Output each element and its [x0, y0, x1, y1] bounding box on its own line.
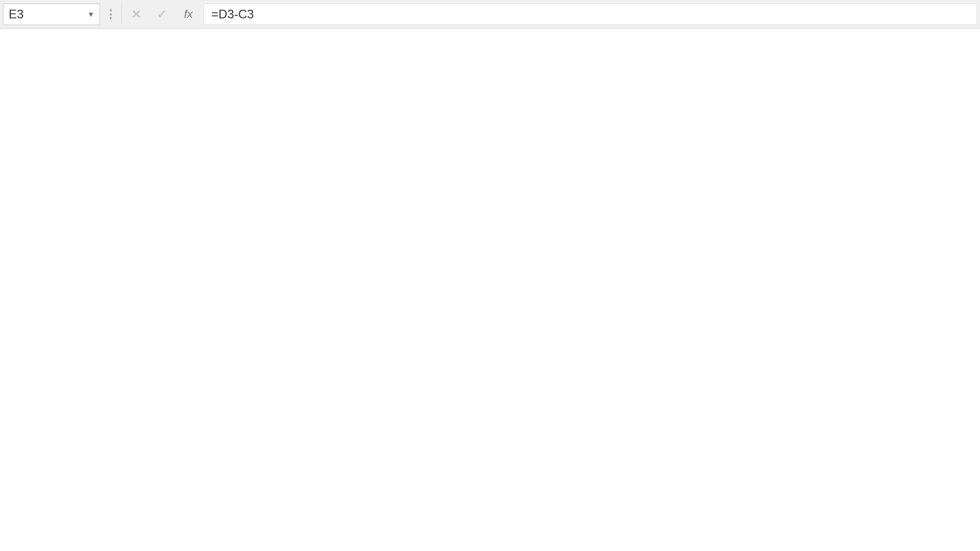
- more-icon[interactable]: ⋮: [103, 4, 118, 24]
- chevron-down-icon[interactable]: ▼: [87, 10, 94, 18]
- cancel-button[interactable]: ✕: [125, 4, 148, 24]
- formula-bar: E3 ▼ ⋮ ✕ ✓ fx: [0, 0, 980, 29]
- enter-button[interactable]: ✓: [151, 4, 173, 24]
- check-icon: ✓: [157, 7, 167, 21]
- close-icon: ✕: [131, 7, 141, 21]
- name-box[interactable]: E3 ▼: [3, 4, 100, 25]
- formula-input[interactable]: [204, 4, 977, 25]
- fx-icon: fx: [184, 8, 192, 21]
- name-box-value: E3: [9, 7, 23, 21]
- divider: [121, 5, 122, 24]
- insert-function-button[interactable]: fx: [176, 4, 201, 24]
